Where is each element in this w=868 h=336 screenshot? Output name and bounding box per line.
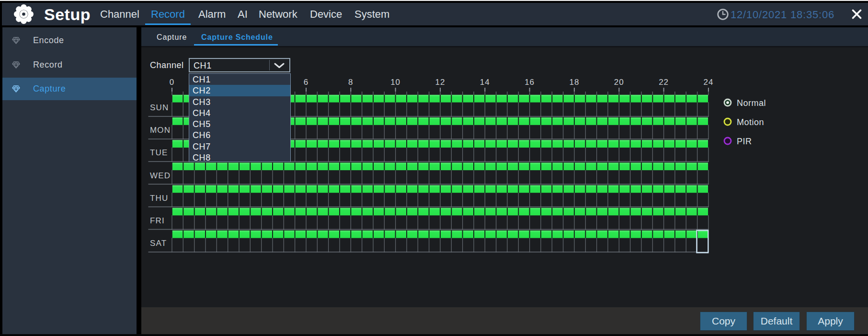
svg-text:MON: MON <box>150 126 171 135</box>
svg-text:22: 22 <box>659 78 669 87</box>
svg-text:18: 18 <box>569 78 579 87</box>
svg-text:WED: WED <box>150 171 171 180</box>
svg-text:20: 20 <box>614 78 624 87</box>
svg-text:0: 0 <box>170 78 174 87</box>
svg-text:SAT: SAT <box>150 239 167 248</box>
svg-text:24: 24 <box>703 78 713 87</box>
svg-text:SUN: SUN <box>150 103 169 112</box>
svg-text:FRI: FRI <box>150 216 165 225</box>
svg-text:8: 8 <box>348 78 353 87</box>
svg-text:14: 14 <box>480 78 490 87</box>
svg-text:6: 6 <box>304 78 308 87</box>
svg-text:16: 16 <box>525 78 535 87</box>
svg-text:12: 12 <box>435 78 445 87</box>
svg-text:THU: THU <box>150 194 169 203</box>
svg-text:10: 10 <box>390 78 400 87</box>
svg-text:TUE: TUE <box>150 148 168 157</box>
